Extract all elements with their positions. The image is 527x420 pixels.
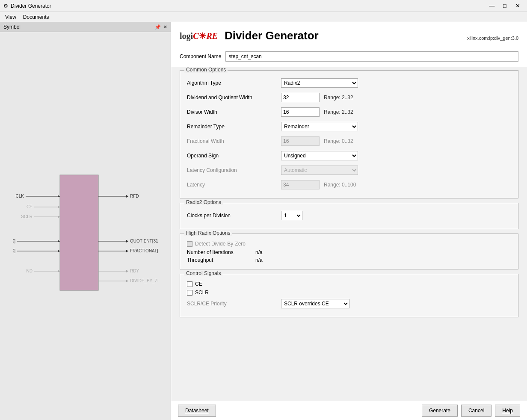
pin-icon[interactable]: 📌 [155,24,161,30]
title-bar-controls: — □ ✕ [486,1,524,11]
component-name-label: Component Name [180,53,221,59]
app-icon: ⚙ [3,3,8,9]
help-label: Help [502,408,513,414]
control-signals-content: CE SCLR SCLR/CE Priority SCLR overrides … [180,274,518,317]
svg-marker-32 [126,280,128,282]
version-text: xilinx.com:ip:div_gen:3.0 [467,35,518,42]
sclr-ce-priority-label: SCLR/CE Priority [187,301,281,307]
close-symbol-icon[interactable]: ✕ [163,24,167,30]
generate-button[interactable]: Generate [422,405,458,417]
clocks-per-division-label: Clocks per Division [187,213,281,219]
sclr-checkbox[interactable] [187,290,192,296]
operand-sign-select[interactable]: Unsigned Signed [281,151,358,160]
divisor-width-input[interactable] [281,107,320,117]
ce-checkbox[interactable] [187,281,192,287]
svg-marker-17 [58,270,60,272]
fractional-width-row: Fractional Width Range: 0..32 [187,136,511,147]
app-title: Divider Generator [225,29,319,42]
detect-divide-by-zero-checkbox[interactable] [187,241,192,247]
help-button[interactable]: Help [495,405,520,417]
latency-config-row: Latency Configuration Automatic Manual [187,165,511,176]
svg-marker-5 [58,206,60,208]
bottom-bar-right: Generate Cancel Help [422,405,520,417]
close-button[interactable]: ✕ [512,1,524,11]
radix2-options-legend: Radix2 Options [184,199,223,205]
divisor-width-row: Divisor Width Range: 2..32 [187,106,511,118]
high-radix-options-legend: High Radix Options [184,230,232,236]
svg-text:DIVIDE_BY_ZERO: DIVIDE_BY_ZERO [130,278,158,283]
bottom-bar: Datasheet Generate Cancel Help [171,401,527,420]
detect-divide-by-zero-row: Detect Divide-By-Zero [187,241,511,247]
svg-text:RDY: RDY [130,269,139,273]
symbol-title: Symbol [3,24,21,30]
common-options-content: Algorithm Type Radix2 High Radix Dividen… [180,71,518,198]
operand-sign-row: Operand Sign Unsigned Signed [187,150,511,161]
logicore-logo: logiC☀RE [180,32,218,40]
right-panel: logiC☀RE Divider Generator xilinx.com:ip… [171,22,527,420]
fractional-width-input [281,136,320,146]
datasheet-label: Datasheet [185,408,209,414]
number-of-iterations-row: Number of Iterations n/a [187,249,511,255]
latency-range: Range: 0..100 [324,182,356,188]
title-bar-left: ⚙ Divider Generator [3,3,51,9]
dividend-quotient-input[interactable] [281,93,320,102]
svg-marker-11 [58,240,60,243]
title-bar: ⚙ Divider Generator — □ ✕ [0,0,527,12]
control-signals-legend: Control Signals [184,270,222,276]
menu-view[interactable]: View [2,13,20,21]
sclr-ce-priority-select[interactable]: SCLR overrides CE CE overrides SCLR [281,299,349,308]
menu-documents[interactable]: Documents [20,13,53,21]
cancel-label: Cancel [468,408,484,414]
detect-divide-by-zero-label: Detect Divide-By-Zero [195,241,289,247]
latency-config-label: Latency Configuration [187,167,281,173]
latency-input [281,180,320,189]
component-name-row: Component Name [171,46,527,67]
bottom-bar-left: Datasheet [178,405,216,417]
high-radix-options-content: Detect Divide-By-Zero Number of Iteratio… [180,234,518,269]
remainder-type-select[interactable]: Remainder Fractional [281,122,358,131]
latency-label: Latency [187,182,281,188]
logo-title: logiC☀RE Divider Generator [180,29,319,42]
operand-sign-label: Operand Sign [187,153,281,159]
svg-text:CLK: CLK [15,194,24,198]
radix2-options-group: Radix2 Options Clocks per Division 1 2 4 [180,203,518,229]
minimize-button[interactable]: — [486,1,498,11]
throughput-row: Throughput n/a [187,257,511,263]
high-radix-options-group: High Radix Options Detect Divide-By-Zero… [180,234,518,269]
sclr-label: SCLR [195,290,289,296]
left-panel: Symbol 📌 ✕ CLK CE [0,22,171,420]
common-options-legend: Common Options [184,67,228,73]
clocks-per-division-select[interactable]: 1 2 4 [281,211,302,220]
ce-label: CE [195,281,289,287]
title-bar-title: Divider Generator [11,3,51,9]
symbol-header: Symbol 📌 ✕ [0,22,171,32]
dividend-quotient-row: Dividend and Quotient Width Range: 2..32 [187,92,511,103]
svg-marker-26 [126,250,128,252]
diagram-svg: CLK CE SCLR DIVIDEND[31:0] DIVISOR[15:0] [13,158,158,295]
latency-row: Latency Range: 0..100 [187,179,511,190]
dividend-quotient-label: Dividend and Quotient Width [187,95,281,101]
sclr-row: SCLR [187,290,511,296]
svg-text:DIVISOR[15:0]: DIVISOR[15:0] [13,248,15,253]
throughput-value: n/a [255,257,263,263]
latency-config-select: Automatic Manual [281,166,358,175]
fractional-width-range: Range: 0..32 [324,138,353,144]
svg-text:SCLR: SCLR [21,214,33,219]
symbol-header-controls: 📌 ✕ [155,24,167,30]
svg-text:ND: ND [26,269,32,273]
svg-marker-20 [126,195,128,198]
maximize-button[interactable]: □ [499,1,511,11]
component-name-input[interactable] [225,51,518,62]
algorithm-type-select[interactable]: Radix2 High Radix [281,78,358,88]
svg-marker-23 [126,240,128,243]
svg-text:CE: CE [27,204,33,209]
algorithm-type-label: Algorithm Type [187,80,281,86]
header-area: logiC☀RE Divider Generator xilinx.com:ip… [171,22,527,46]
datasheet-button[interactable]: Datasheet [178,405,216,417]
control-signals-group: Control Signals CE SCLR SCLR/CE Priority… [180,274,518,317]
svg-text:FRACTIONAL[15:0]: FRACTIONAL[15:0] [130,248,158,253]
fractional-width-label: Fractional Width [187,138,281,144]
divisor-width-label: Divisor Width [187,109,281,115]
generate-label: Generate [429,408,450,414]
cancel-button[interactable]: Cancel [461,405,491,417]
